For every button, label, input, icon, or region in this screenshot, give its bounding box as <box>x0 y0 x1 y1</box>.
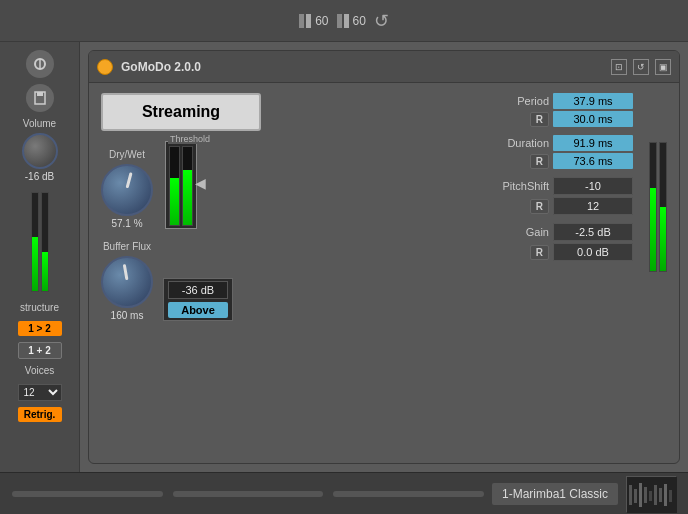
retrig-button[interactable]: Retrig. <box>18 407 62 422</box>
volume-db-label: -16 dB <box>25 171 54 182</box>
voices-select[interactable]: 12 <box>18 384 62 401</box>
above-button[interactable]: Above <box>168 302 228 318</box>
buffer-value: 160 ms <box>111 310 144 321</box>
plugin-body: Streaming Dry/Wet 57.1 % Threshold <box>89 83 679 331</box>
gain-value-1[interactable]: -2.5 dB <box>553 223 633 241</box>
title-icon-box[interactable]: ⊡ <box>611 59 627 75</box>
volume-label: Volume <box>23 118 56 129</box>
pitchshift-value-2[interactable]: 12 <box>553 197 633 215</box>
threshold-label: Threshold <box>168 134 212 144</box>
period-row-1: Period 37.9 ms <box>337 93 633 109</box>
plugin-status-circle <box>97 59 113 75</box>
plugin-title: GoMoDo 2.0.0 <box>121 60 201 74</box>
period-group: Period 37.9 ms R 30.0 ms <box>337 93 633 127</box>
seg-bar <box>299 14 304 28</box>
right-params: Period 37.9 ms R 30.0 ms Duration 91.9 m… <box>337 93 633 321</box>
title-icons: ⊡ ↺ ▣ <box>611 59 671 75</box>
gain-row-2: R 0.0 dB <box>337 243 633 261</box>
period-label: Period <box>517 95 549 107</box>
drywet-label: Dry/Wet <box>109 149 145 160</box>
duration-value-1[interactable]: 91.9 ms <box>553 135 633 151</box>
fader-fill-2 <box>183 170 192 225</box>
pitchshift-group: PitchShift -10 R 12 <box>337 177 633 215</box>
scroll-track-2[interactable] <box>173 491 324 497</box>
structure-btn-1[interactable]: 1 > 2 <box>18 321 62 336</box>
track-thumbnail <box>626 476 676 512</box>
main-area: Volume -16 dB structure 1 > 2 1 + 2 Voic… <box>0 42 688 472</box>
seg-bars-right <box>337 14 349 28</box>
pitchshift-row-2: R 12 <box>337 197 633 215</box>
gain-group: Gain -2.5 dB R 0.0 dB <box>337 223 633 261</box>
svg-rect-8 <box>644 487 647 503</box>
drywet-control: Dry/Wet 57.1 % <box>101 149 153 229</box>
svg-rect-7 <box>639 483 642 507</box>
period-r-button[interactable]: R <box>530 112 549 127</box>
threshold-area: Threshold ◀ <box>165 141 197 229</box>
duration-row-1: Duration 91.9 ms <box>337 135 633 151</box>
svg-rect-5 <box>629 485 632 505</box>
left-vu-fill-2 <box>42 252 48 291</box>
bottom-bar: 1-Marimba1 Classic <box>0 472 688 514</box>
segment-right: 60 <box>337 14 366 28</box>
duration-value-2[interactable]: 73.6 ms <box>553 153 633 169</box>
dual-fader <box>169 146 193 226</box>
period-value-2[interactable]: 30.0 ms <box>553 111 633 127</box>
buffer-flux-control: Buffer Flux 160 ms <box>101 241 153 321</box>
sidebar-icon-save[interactable] <box>26 84 54 112</box>
right-vu-bar-1 <box>649 142 657 272</box>
gain-r-button[interactable]: R <box>530 245 549 260</box>
svg-rect-13 <box>669 490 672 502</box>
gain-row-1: Gain -2.5 dB <box>337 223 633 241</box>
duration-r-button[interactable]: R <box>530 154 549 169</box>
left-vu-bar-2 <box>41 192 49 292</box>
right-vu-fill-2 <box>660 207 666 271</box>
buffer-flux-label: Buffer Flux <box>103 241 151 252</box>
volume-knob[interactable] <box>22 133 58 169</box>
pitchshift-label: PitchShift <box>503 180 549 192</box>
seg-bar <box>306 14 311 28</box>
svg-rect-3 <box>37 92 43 96</box>
title-icon-refresh[interactable]: ↺ <box>633 59 649 75</box>
sidebar-icon-top[interactable] <box>26 50 54 78</box>
top-bar-center: 60 60 ↺ <box>299 10 389 32</box>
duration-group: Duration 91.9 ms R 73.6 ms <box>337 135 633 169</box>
drywet-threshold-row: Dry/Wet 57.1 % Threshold <box>101 141 321 229</box>
left-vu-meters <box>31 192 49 292</box>
segment-left: 60 <box>299 14 328 28</box>
seg-value-left: 60 <box>315 14 328 28</box>
right-vu-container <box>649 142 667 272</box>
plugin-window: GoMoDo 2.0.0 ⊡ ↺ ▣ Streaming Dry/Wet <box>88 50 680 464</box>
svg-rect-12 <box>664 484 667 506</box>
top-bar: 60 60 ↺ <box>0 0 688 42</box>
left-vu-bar-1 <box>31 192 39 292</box>
seg-value-right: 60 <box>353 14 366 28</box>
pitchshift-row-1: PitchShift -10 <box>337 177 633 195</box>
fader-col-1[interactable] <box>169 146 180 226</box>
fader-arrow-marker: ◀ <box>195 175 206 191</box>
streaming-button[interactable]: Streaming <box>101 93 261 131</box>
buffer-flux-row: Buffer Flux 160 ms -36 dB Above <box>101 241 321 321</box>
period-row-2: R 30.0 ms <box>337 111 633 127</box>
drywet-knob[interactable] <box>101 164 153 216</box>
seg-bars-left <box>299 14 311 28</box>
scroll-track-3[interactable] <box>333 491 484 497</box>
structure-btn-2[interactable]: 1 + 2 <box>18 342 62 359</box>
fader-col-2[interactable] <box>182 146 193 226</box>
title-icon-save[interactable]: ▣ <box>655 59 671 75</box>
structure-label: structure <box>20 302 59 313</box>
right-vu-bar-2 <box>659 142 667 272</box>
gain-value-2[interactable]: 0.0 dB <box>553 243 633 261</box>
gain-label: Gain <box>526 226 549 238</box>
period-value-1[interactable]: 37.9 ms <box>553 93 633 109</box>
duration-row-2: R 73.6 ms <box>337 153 633 169</box>
drywet-value: 57.1 % <box>111 218 142 229</box>
pitchshift-value-1[interactable]: -10 <box>553 177 633 195</box>
buffer-flux-knob[interactable] <box>101 256 153 308</box>
voices-label: Voices <box>25 365 54 376</box>
fader-db-display[interactable]: -36 dB <box>168 281 228 299</box>
pitchshift-r-button[interactable]: R <box>530 199 549 214</box>
right-vu-fill-1 <box>650 188 656 271</box>
left-vu-fill-1 <box>32 237 38 291</box>
scroll-track-1[interactable] <box>12 491 163 497</box>
refresh-icon[interactable]: ↺ <box>374 10 389 32</box>
